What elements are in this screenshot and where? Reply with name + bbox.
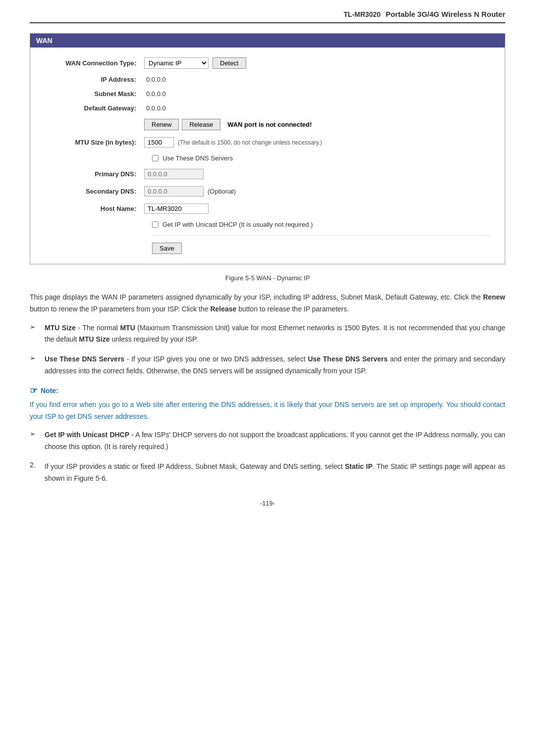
note-icon: ☞ [30, 385, 38, 396]
numbered-text-1: If your ISP provides a static or fixed I… [45, 462, 345, 470]
renew-release-row: Renew Release WAN port is not connected! [45, 119, 490, 130]
connection-type-select[interactable]: Dynamic IP [144, 57, 209, 69]
note-header-text: Note: [41, 387, 58, 395]
mtu-label: MTU Size (in bytes): [45, 139, 144, 146]
ip-address-row: IP Address: 0.0.0.0 [45, 76, 490, 83]
save-button[interactable]: Save [152, 243, 182, 254]
unicast-bullet-title: Get IP with Unicast DHCP [45, 431, 129, 439]
page-header: TL-MR3020 Portable 3G/4G Wireless N Rout… [30, 10, 505, 23]
primary-dns-input[interactable] [144, 169, 204, 179]
dns-checkbox[interactable] [152, 155, 159, 161]
numbered-item-2: 2. If your ISP provides a static or fixe… [30, 461, 505, 485]
dns-bullet-dash: - [124, 355, 131, 363]
default-gateway-label: Default Gateway: [45, 104, 144, 112]
dns-checkbox-row: Use These DNS Servers [152, 154, 490, 162]
intro-release-bold: Release [210, 305, 236, 313]
unicast-checkbox[interactable] [152, 221, 159, 228]
wan-title: WAN [36, 37, 53, 45]
mtu-bullet-text1: The normal [82, 324, 120, 332]
default-gateway-value: 0.0.0.0 [146, 104, 166, 112]
intro-text: This page displays the WAN IP parameters… [30, 293, 483, 301]
subnet-mask-row: Subnet Mask: 0.0.0.0 [45, 90, 490, 98]
bullet-arrow-1: ➢ [30, 322, 45, 346]
numbered-content-2: If your ISP provides a static or fixed I… [45, 461, 505, 485]
bullet-content-dns: Use These DNS Servers - If your ISP give… [45, 353, 505, 377]
mtu-bullet-bold2: MTU Size [79, 335, 109, 343]
bullet-arrow-3: ➢ [30, 429, 45, 453]
dns-checkbox-label: Use These DNS Servers [162, 154, 233, 162]
mtu-bullet-title: MTU Size [45, 324, 76, 332]
mtu-input[interactable] [144, 137, 174, 148]
note-header: ☞ Note: [30, 385, 505, 396]
note-text: If you find error when you go to a Web s… [30, 399, 505, 423]
bullet-item-mtu: ➢ MTU Size - The normal MTU (Maximum Tra… [30, 322, 505, 346]
intro-mid: button to renew the IP parameters from y… [30, 305, 210, 313]
numbered-num-2: 2. [30, 461, 45, 485]
mtu-hint: (The default is 1500, do not change unle… [178, 139, 322, 146]
hostname-input[interactable] [144, 203, 209, 214]
ip-address-label: IP Address: [45, 76, 144, 83]
bullet-item-unicast: ➢ Get IP with Unicast DHCP - A few ISPs'… [30, 429, 505, 453]
intro-end: button to release the IP parameters. [236, 305, 349, 313]
intro-paragraph: This page displays the WAN IP parameters… [30, 292, 505, 315]
default-gateway-row: Default Gateway: 0.0.0.0 [45, 104, 490, 112]
page-title: Portable 3G/4G Wireless N Router [385, 10, 505, 18]
unicast-checkbox-label: Get IP with Unicast DHCP (It is usually … [162, 221, 313, 228]
bullet-item-dns: ➢ Use These DNS Servers - If your ISP gi… [30, 353, 505, 377]
release-button[interactable]: Release [182, 119, 220, 130]
bullet-content-mtu: MTU Size - The normal MTU (Maximum Trans… [45, 322, 505, 346]
renew-button[interactable]: Renew [144, 119, 179, 130]
subnet-mask-value: 0.0.0.0 [146, 90, 166, 98]
save-row: Save [152, 235, 490, 254]
dns-bullet-text1: If your ISP gives you one or two DNS add… [131, 355, 308, 363]
page-number: -119- [260, 500, 275, 507]
connection-type-row: WAN Connection Type: Dynamic IP Detect [45, 57, 490, 69]
wan-box-header: WAN [30, 34, 505, 48]
wan-box-body: WAN Connection Type: Dynamic IP Detect I… [30, 48, 505, 264]
wan-box: WAN WAN Connection Type: Dynamic IP Dete… [30, 33, 505, 264]
subnet-mask-label: Subnet Mask: [45, 90, 144, 98]
dns-bullet-bold: Use These DNS Servers [308, 355, 387, 363]
numbered-bold: Static IP [345, 462, 373, 470]
unicast-checkbox-row: Get IP with Unicast DHCP (It is usually … [152, 221, 490, 228]
bullet-content-unicast: Get IP with Unicast DHCP - A few ISPs' D… [45, 429, 505, 453]
note-section: ☞ Note: If you find error when you go to… [30, 385, 505, 423]
mtu-bullet-dash: - [76, 324, 83, 332]
mtu-row: MTU Size (in bytes): (The default is 150… [45, 137, 490, 148]
detect-button[interactable]: Detect [213, 57, 246, 69]
primary-dns-row: Primary DNS: [45, 169, 490, 179]
model-name: TL-MR3020 [344, 10, 381, 18]
secondary-dns-row: Secondary DNS: (Optional) [45, 186, 490, 197]
secondary-dns-input[interactable] [144, 186, 204, 197]
figure-caption: Figure 5-5 WAN - Dynamic IP [30, 274, 505, 282]
ip-address-value: 0.0.0.0 [146, 76, 166, 83]
intro-renew-bold: Renew [483, 293, 505, 301]
secondary-dns-optional: (Optional) [208, 188, 236, 195]
page-footer: -119- [30, 500, 505, 507]
wan-status-text: WAN port is not connected! [227, 121, 312, 128]
unicast-bullet-dash: - [129, 431, 135, 439]
connection-type-label: WAN Connection Type: [45, 59, 144, 67]
hostname-row: Host Name: [45, 203, 490, 214]
primary-dns-label: Primary DNS: [45, 170, 144, 178]
hostname-label: Host Name: [45, 205, 144, 212]
secondary-dns-label: Secondary DNS: [45, 188, 144, 195]
mtu-bullet-bold: MTU [120, 324, 135, 332]
mtu-bullet-text3: unless required by your ISP. [110, 335, 198, 343]
dns-bullet-title: Use These DNS Servers [45, 355, 124, 363]
bullet-arrow-2: ➢ [30, 353, 45, 377]
